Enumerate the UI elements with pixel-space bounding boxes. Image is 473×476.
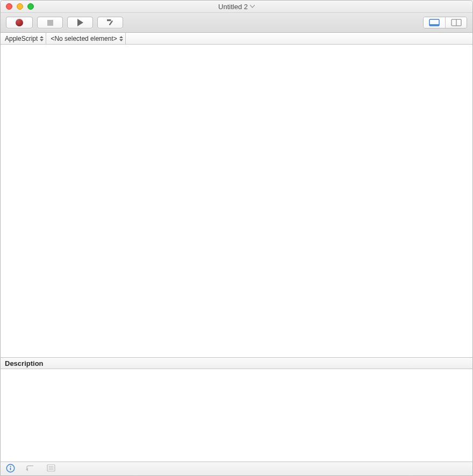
reply-button[interactable]: [25, 464, 36, 474]
compile-button[interactable]: [97, 17, 123, 28]
description-header[interactable]: Description: [1, 357, 472, 369]
view-full-button[interactable]: [424, 17, 445, 28]
compile-icon: [106, 18, 114, 27]
window-title[interactable]: Untitled 2: [1, 3, 472, 11]
element-selector[interactable]: <No selected element>: [46, 33, 125, 44]
svg-rect-3: [429, 24, 439, 26]
language-selector-label: AppleScript: [5, 35, 38, 42]
status-bar: [1, 461, 472, 475]
reply-arrow-icon: [26, 464, 35, 473]
element-selector-label: <No selected element>: [51, 35, 117, 42]
svg-rect-0: [107, 19, 111, 21]
run-button[interactable]: [67, 17, 93, 28]
record-button[interactable]: [6, 17, 33, 28]
window-title-label: Untitled 2: [218, 3, 248, 11]
info-icon: [6, 464, 15, 474]
description-header-label: Description: [5, 359, 44, 367]
app-window: Untitled 2: [0, 0, 473, 476]
view-split-icon: [451, 19, 462, 26]
sort-arrows-icon: [40, 36, 44, 41]
toolbar: [1, 13, 472, 33]
language-selector[interactable]: AppleScript: [1, 33, 46, 44]
run-icon: [77, 19, 83, 26]
svg-rect-8: [10, 467, 11, 470]
view-mode-toggle: [423, 17, 467, 28]
event-log-button[interactable]: [46, 464, 56, 474]
view-full-icon: [429, 19, 440, 26]
record-icon: [16, 19, 23, 26]
script-editor-area[interactable]: [1, 45, 472, 357]
navigator-bar: AppleScript <No selected element>: [1, 33, 472, 45]
description-textarea[interactable]: [1, 369, 472, 461]
title-bar: Untitled 2: [1, 1, 472, 13]
view-split-button[interactable]: [445, 17, 467, 28]
list-icon: [47, 464, 55, 473]
svg-rect-1: [109, 20, 113, 26]
stop-icon: [47, 20, 53, 26]
info-button[interactable]: [5, 464, 16, 474]
stop-button[interactable]: [37, 17, 63, 28]
svg-point-7: [10, 465, 11, 466]
chevron-down-icon: [250, 5, 255, 8]
sort-arrows-icon: [119, 36, 123, 41]
